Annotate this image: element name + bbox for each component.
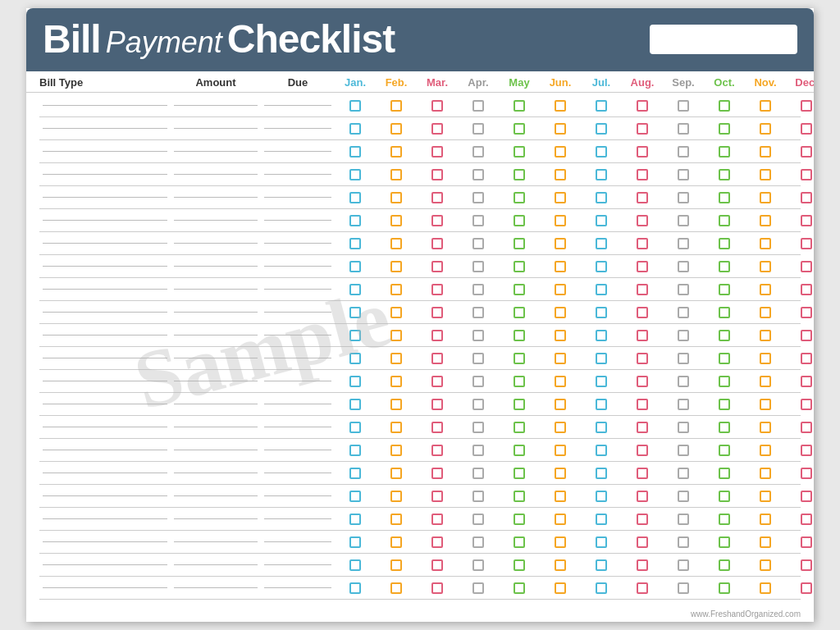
cb-mar-icon[interactable]	[431, 100, 443, 112]
checkbox-may[interactable]	[499, 399, 540, 410]
checkbox-apr[interactable]	[458, 146, 499, 158]
cb-mar-icon[interactable]	[431, 307, 443, 318]
checkbox-jan[interactable]	[335, 192, 376, 203]
checkbox-mar[interactable]	[417, 215, 458, 226]
cb-aug-icon[interactable]	[637, 307, 648, 318]
cb-jun-icon[interactable]	[555, 307, 566, 318]
checkbox-feb[interactable]	[376, 100, 417, 112]
cb-oct-icon[interactable]	[719, 192, 730, 203]
checkbox-may[interactable]	[499, 353, 540, 364]
cb-dec-icon[interactable]	[801, 169, 812, 180]
checkbox-may[interactable]	[499, 238, 540, 249]
cb-jan-icon[interactable]	[349, 100, 361, 112]
checkbox-jun[interactable]	[540, 284, 581, 295]
cb-nov-icon[interactable]	[760, 559, 771, 571]
checkbox-sep[interactable]	[663, 100, 704, 112]
checkbox-mar[interactable]	[417, 536, 458, 548]
cb-jun-icon[interactable]	[555, 169, 566, 180]
checkbox-jan[interactable]	[335, 307, 376, 318]
cb-may-icon[interactable]	[514, 468, 525, 479]
cb-mar-icon[interactable]	[431, 215, 443, 226]
cb-jul-icon[interactable]	[596, 123, 607, 135]
cb-apr-icon[interactable]	[472, 376, 484, 387]
cb-nov-icon[interactable]	[760, 192, 771, 203]
checkbox-aug[interactable]	[622, 468, 663, 479]
cb-aug-icon[interactable]	[637, 169, 648, 180]
cb-sep-icon[interactable]	[678, 491, 689, 502]
cb-mar-icon[interactable]	[431, 330, 443, 341]
checkbox-jan[interactable]	[335, 399, 376, 410]
checkbox-feb[interactable]	[376, 169, 417, 180]
cb-sep-icon[interactable]	[678, 238, 689, 249]
checkbox-feb[interactable]	[376, 514, 417, 525]
checkbox-jul[interactable]	[581, 445, 622, 456]
cb-mar-icon[interactable]	[431, 536, 443, 548]
cb-sep-icon[interactable]	[678, 514, 689, 525]
checkbox-aug[interactable]	[622, 399, 663, 410]
cb-apr-icon[interactable]	[472, 536, 484, 548]
cb-sep-icon[interactable]	[678, 146, 689, 158]
cb-jan-icon[interactable]	[349, 559, 361, 571]
cb-aug-icon[interactable]	[637, 261, 648, 272]
checkbox-jun[interactable]	[540, 399, 581, 410]
cb-aug-icon[interactable]	[637, 353, 648, 364]
checkbox-nov[interactable]	[745, 445, 786, 456]
cb-sep-icon[interactable]	[678, 399, 689, 410]
cb-jan-icon[interactable]	[349, 215, 361, 226]
cb-aug-icon[interactable]	[637, 123, 648, 135]
checkbox-nov[interactable]	[745, 582, 786, 594]
cb-may-icon[interactable]	[514, 215, 525, 226]
cb-apr-icon[interactable]	[472, 169, 484, 180]
checkbox-apr[interactable]	[458, 261, 499, 272]
cb-nov-icon[interactable]	[760, 123, 771, 135]
cb-sep-icon[interactable]	[678, 284, 689, 295]
cb-jan-icon[interactable]	[349, 445, 361, 456]
cb-apr-icon[interactable]	[472, 330, 484, 341]
cb-dec-icon[interactable]	[801, 192, 812, 203]
cb-jan-icon[interactable]	[349, 399, 361, 410]
cb-dec-icon[interactable]	[801, 491, 812, 502]
cb-sep-icon[interactable]	[678, 536, 689, 548]
checkbox-jul[interactable]	[581, 582, 622, 594]
cb-feb-icon[interactable]	[390, 376, 402, 387]
checkbox-jan[interactable]	[335, 353, 376, 364]
checkbox-aug[interactable]	[622, 536, 663, 548]
cb-dec-icon[interactable]	[801, 238, 812, 249]
checkbox-nov[interactable]	[745, 100, 786, 112]
checkbox-nov[interactable]	[745, 215, 786, 226]
cb-nov-icon[interactable]	[760, 100, 771, 112]
checkbox-dec[interactable]	[786, 169, 814, 180]
cb-may-icon[interactable]	[514, 536, 525, 548]
cb-jun-icon[interactable]	[555, 536, 566, 548]
checkbox-oct[interactable]	[704, 261, 745, 272]
checkbox-nov[interactable]	[745, 238, 786, 249]
checkbox-may[interactable]	[499, 192, 540, 203]
year-input[interactable]	[650, 25, 797, 54]
cb-apr-icon[interactable]	[472, 192, 484, 203]
checkbox-feb[interactable]	[376, 582, 417, 594]
cb-may-icon[interactable]	[514, 307, 525, 318]
cb-mar-icon[interactable]	[431, 582, 443, 594]
cb-sep-icon[interactable]	[678, 307, 689, 318]
cb-sep-icon[interactable]	[678, 123, 689, 135]
checkbox-apr[interactable]	[458, 445, 499, 456]
checkbox-jan[interactable]	[335, 100, 376, 112]
checkbox-nov[interactable]	[745, 330, 786, 341]
checkbox-jul[interactable]	[581, 169, 622, 180]
checkbox-dec[interactable]	[786, 123, 814, 135]
cb-may-icon[interactable]	[514, 261, 525, 272]
cb-nov-icon[interactable]	[760, 514, 771, 525]
checkbox-apr[interactable]	[458, 376, 499, 387]
checkbox-sep[interactable]	[663, 169, 704, 180]
cb-jul-icon[interactable]	[596, 215, 607, 226]
checkbox-apr[interactable]	[458, 238, 499, 249]
checkbox-dec[interactable]	[786, 284, 814, 295]
checkbox-nov[interactable]	[745, 353, 786, 364]
cb-oct-icon[interactable]	[719, 261, 730, 272]
checkbox-jun[interactable]	[540, 468, 581, 479]
checkbox-jan[interactable]	[335, 169, 376, 180]
cb-jul-icon[interactable]	[596, 284, 607, 295]
cb-feb-icon[interactable]	[390, 330, 402, 341]
checkbox-apr[interactable]	[458, 422, 499, 433]
cb-apr-icon[interactable]	[472, 284, 484, 295]
